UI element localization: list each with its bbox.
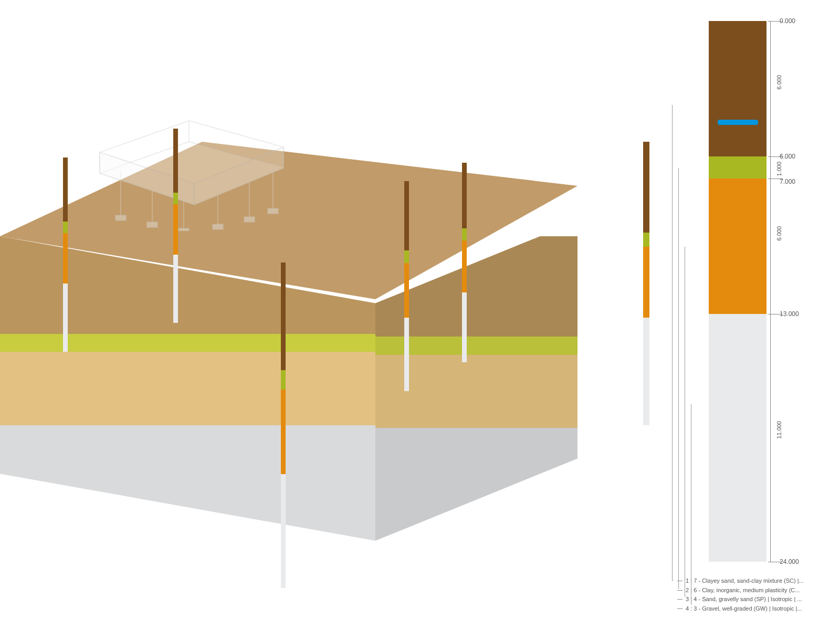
legend-label: 1 : 7 - Clayey sand, sand-clay mixture (… [686,576,804,586]
legend-item: 3 : 4 - Sand, gravelly sand (SP) | Isotr… [677,595,835,604]
depth-label: 7.000 [780,178,795,185]
svg-rect-14 [116,215,126,220]
soil-block-3d [0,79,578,604]
layer-4-face-r [375,428,578,541]
depth-label: 6.000 [780,153,795,160]
legend-item: 1 : 7 - Clayey sand, sand-clay mixture (… [677,576,835,586]
leader-lines [672,21,777,598]
svg-rect-18 [244,217,255,222]
depth-label: 0.000 [780,17,795,25]
depth-label: 13.000 [780,310,799,318]
borehole [462,163,467,362]
layer-3-face [0,352,375,425]
building-model [84,89,304,231]
svg-rect-19 [268,208,278,214]
legend-label: 4 : 3 - Gravel, well-graded (GW) | Isotr… [686,604,802,614]
legend-item: 2 : 6 - Clay, inorganic, medium plastici… [677,586,835,595]
svg-rect-17 [213,224,223,229]
depth-dimension-axis: 0.000 6.000 7.000 13.000 24.000 6.000 1.… [768,21,831,562]
borehole [173,129,178,323]
layer-4-face [0,425,375,541]
legend-item: 4 : 3 - Gravel, well-graded (GW) | Isotr… [677,604,835,614]
svg-rect-15 [147,222,158,227]
legend-label: 2 : 6 - Clay, inorganic, medium plastici… [686,586,800,595]
borehole [63,158,68,352]
svg-rect-16 [178,228,189,231]
borehole-isolated [643,142,649,425]
borehole [281,262,286,588]
layer-2-face [0,334,375,352]
borehole [404,181,409,391]
depth-label: 24.000 [780,558,799,565]
legend-label: 3 : 4 - Sand, gravelly sand (SP) | Isotr… [686,595,802,604]
soil-layer-legend: 1 : 7 - Clayey sand, sand-clay mixture (… [677,576,835,613]
